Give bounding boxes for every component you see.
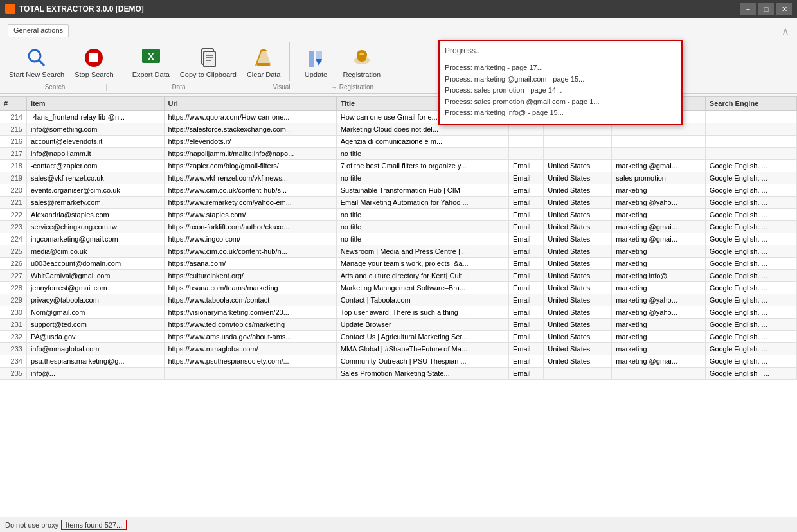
table-cell: marketing — [612, 245, 706, 258]
stop-search-label: Stop Search — [75, 71, 114, 78]
table-cell: Sales Promotion Marketing State... — [336, 368, 508, 380]
table-cell: MMA Global | #ShapeTheFuture of Ma... — [336, 343, 508, 355]
table-cell: info@something.com — [26, 123, 164, 136]
table-cell: marketing — [612, 343, 706, 355]
table-row[interactable]: 231support@ted.comhttps://www.ted.com/to… — [0, 319, 797, 331]
table-cell: 216 — [0, 136, 26, 148]
table-cell: 219 — [0, 172, 26, 184]
table-cell: United States — [544, 197, 612, 209]
table-row[interactable]: 226u003eaccount@domain.comhttps://asana.… — [0, 258, 797, 270]
table-cell: Email — [508, 294, 543, 306]
col-header-engine: Search Engine — [705, 97, 796, 111]
table-cell: Contact | Taboola.com — [336, 294, 508, 306]
table-row[interactable]: 229privacy@taboola.comhttps://www.tabool… — [0, 294, 797, 306]
update-button[interactable]: Update — [295, 44, 336, 81]
table-row[interactable]: 216account@elevendots.ithttps://elevendo… — [0, 136, 797, 148]
table-cell: marketing @gmai... — [612, 233, 706, 245]
table-row[interactable]: 225media@cim.co.ukhttps://www.cim.co.uk/… — [0, 245, 797, 258]
table-cell: Google English. ... — [705, 294, 796, 306]
table-cell: marketing — [612, 184, 706, 197]
table-cell: Arts and culture directory for Kent| Cul… — [336, 270, 508, 282]
table-cell: marketing @gmai... — [612, 160, 706, 172]
table-container: # Item Url Title Type Country Keyword Se… — [0, 97, 797, 520]
stop-search-button[interactable]: Stop Search — [71, 44, 118, 81]
table-cell: 232 — [0, 331, 26, 343]
table-cell: privacy@taboola.com — [26, 294, 164, 306]
export-icon: X — [139, 46, 163, 69]
table-cell: Google English. ... — [705, 319, 796, 331]
table-cell: 217 — [0, 148, 26, 160]
toolbar-collapse-icon[interactable]: ∧ — [778, 24, 793, 39]
table-cell: marketing — [612, 319, 706, 331]
table-cell: 220 — [0, 184, 26, 197]
table-cell: -4ans_frontend-relay-lib-@n... — [26, 111, 164, 123]
table-cell: United States — [544, 282, 612, 294]
table-row[interactable]: 235info@...Sales Promotion Marketing Sta… — [0, 368, 797, 380]
table-cell: Email — [508, 368, 543, 380]
table-cell: Google English. ... — [705, 331, 796, 343]
table-cell — [508, 148, 543, 160]
table-cell: support@ted.com — [26, 319, 164, 331]
table-cell: 235 — [0, 368, 26, 380]
table-cell: United States — [544, 343, 612, 355]
table-cell: Email — [508, 331, 543, 343]
table-cell: no title — [336, 209, 508, 221]
table-row[interactable]: 230Nom@gmail.comhttps://visionarymarketi… — [0, 306, 797, 319]
clear-data-button[interactable]: Clear Data — [243, 44, 285, 81]
registration-button[interactable]: Registration — [339, 44, 384, 81]
table-cell: Nom@gmail.com — [26, 306, 164, 319]
table-row[interactable]: 227WhitCarnival@gmail.comhttps://culture… — [0, 270, 797, 282]
table-cell: Alexandria@staples.com — [26, 209, 164, 221]
table-row[interactable]: 219sales@vkf-renzel.co.ukhttps://www.vkf… — [0, 172, 797, 184]
registration-group-label: → Registration — [314, 84, 391, 91]
progress-line-1: Process: marketing - page 17... — [445, 62, 676, 74]
col-header-num: # — [0, 97, 26, 111]
table-cell: Email — [508, 160, 543, 172]
table-cell: ingcomarketing@gmail.com — [26, 233, 164, 245]
registration-icon — [350, 46, 373, 69]
table-row[interactable]: 228jennyforrest@gmail.comhttps://asana.c… — [0, 282, 797, 294]
table-cell — [612, 136, 706, 148]
table-cell: United States — [544, 306, 612, 319]
table-cell: info@... — [26, 368, 164, 380]
table-row[interactable]: 233info@mmaglobal.comhttps://www.mmaglob… — [0, 343, 797, 355]
table-row[interactable]: 220events.organiser@cim.co.ukhttps://www… — [0, 184, 797, 197]
table-cell: Google English. ... — [705, 355, 796, 368]
table-row[interactable]: 224ingcomarketing@gmail.comhttps://www.i… — [0, 233, 797, 245]
table-cell: Google English. ... — [705, 209, 796, 221]
close-button[interactable]: ✕ — [776, 3, 792, 15]
table-row[interactable]: 223service@chingkung.com.twhttps://axon-… — [0, 221, 797, 233]
svg-text:X: X — [148, 51, 154, 62]
table-row[interactable]: 232PA@usda.govhttps://www.ams.usda.gov/a… — [0, 331, 797, 343]
table-cell: Email — [508, 343, 543, 355]
table-cell: marketing @yaho... — [612, 294, 706, 306]
table-row[interactable]: 222Alexandria@staples.comhttps://www.sta… — [0, 209, 797, 221]
table-cell: Google English. ... — [705, 270, 796, 282]
table-cell: sales@remarkety.com — [26, 197, 164, 209]
table-cell: sales promotion — [612, 172, 706, 184]
title-bar: TOTAL EXTRACTOR 3.0.0 [DEMO] − □ ✕ — [0, 0, 797, 18]
table-cell: jennyforrest@gmail.com — [26, 282, 164, 294]
export-data-button[interactable]: X Export Data — [129, 44, 174, 81]
table-cell: 231 — [0, 319, 26, 331]
table-cell: United States — [544, 209, 612, 221]
table-row[interactable]: 221sales@remarkety.comhttps://www.remark… — [0, 197, 797, 209]
table-cell: https://www.ams.usda.gov/about-ams... — [164, 331, 336, 343]
update-label: Update — [305, 71, 327, 78]
app-icon — [5, 4, 15, 14]
table-row[interactable]: 217info@napolijamm.ithttps://napolijamm.… — [0, 148, 797, 160]
table-row[interactable]: 234psu.thespians.marketing@g...https://w… — [0, 355, 797, 368]
table-row[interactable]: 218-contact@zapier.comhttps://zapier.com… — [0, 160, 797, 172]
table-cell: United States — [544, 355, 612, 368]
copy-to-clipboard-button[interactable]: Copy to Clipboard — [176, 44, 240, 81]
minimize-button[interactable]: − — [740, 3, 756, 15]
table-cell: PA@usda.gov — [26, 331, 164, 343]
table-cell: Email — [508, 319, 543, 331]
table-cell: Sustainable Transformation Hub | CIM — [336, 184, 508, 197]
table-cell: https://cultureinkent.org/ — [164, 270, 336, 282]
start-new-search-button[interactable]: Start New Search — [5, 44, 68, 81]
table-cell: https://salesforce.stackexchange.com... — [164, 123, 336, 136]
maximize-button[interactable]: □ — [758, 3, 774, 15]
table-cell: Top user award: There is such a thing ..… — [336, 306, 508, 319]
table-cell — [508, 136, 543, 148]
